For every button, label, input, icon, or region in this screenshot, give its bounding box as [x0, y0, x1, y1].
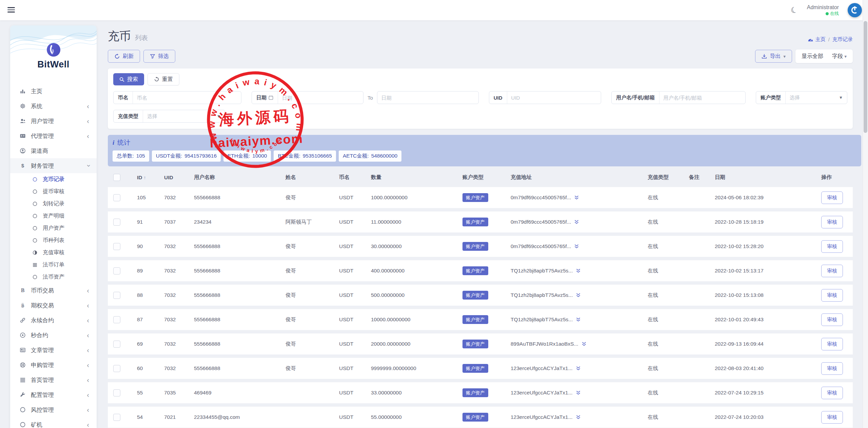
page-title-block: 充币列表 — [108, 28, 148, 44]
sidebar-subitem[interactable]: 法币订单 — [10, 259, 97, 271]
date-from-input[interactable] — [278, 95, 363, 101]
row-checkbox[interactable] — [113, 292, 120, 299]
column-header[interactable]: 备注 — [684, 171, 709, 184]
column-header[interactable]: 币名 — [334, 171, 366, 184]
chevron-left-icon: ‹ — [87, 376, 89, 383]
sidebar-item[interactable]: 风控管理‹ — [10, 402, 97, 417]
row-checkbox[interactable] — [113, 219, 120, 226]
sidebar-item[interactable]: 代理管理‹ — [10, 128, 97, 143]
select-all-checkbox[interactable] — [113, 174, 120, 181]
sidebar-item[interactable]: 配置管理‹ — [10, 387, 97, 402]
sidebar-subitem[interactable]: 法币资产 — [10, 271, 97, 283]
sidebar-item[interactable]: B期权交易‹ — [10, 298, 97, 313]
column-header[interactable]: 数量 — [366, 171, 457, 184]
export-button[interactable]: 导出 ▾ — [755, 50, 792, 63]
row-checkbox[interactable] — [113, 389, 120, 396]
sidebar-subitem[interactable]: 充币记录 — [10, 173, 97, 185]
sidebar-item[interactable]: 用户管理‹ — [10, 114, 97, 128]
sidebar-item[interactable]: 矿机‹ — [10, 417, 97, 428]
user-info[interactable]: Administrator 在线 — [807, 4, 839, 16]
breadcrumb-current-link[interactable]: 充币记录 — [832, 36, 853, 43]
refresh-button[interactable]: 刷新 — [108, 50, 140, 63]
user-filter-input[interactable] — [659, 95, 745, 101]
filter-button[interactable]: 筛选 — [143, 50, 175, 63]
deposit-type-filter-label: 充值类型 — [114, 110, 143, 122]
sidebar-subitem[interactable]: 币种列表 — [10, 234, 97, 246]
expand-address-icon[interactable] — [574, 219, 579, 225]
cell-note — [684, 333, 709, 354]
sidebar-subitem[interactable]: 充值审核 — [10, 246, 97, 259]
chevron-left-icon: ‹ — [87, 118, 89, 124]
audit-button[interactable]: 审核 — [821, 362, 843, 375]
sidebar-item[interactable]: $财务管理‹ — [10, 158, 97, 173]
dark-mode-toggle-icon[interactable]: ☾ — [790, 5, 799, 15]
row-checkbox[interactable] — [113, 243, 120, 250]
user-avatar[interactable] — [848, 3, 862, 17]
cell-address: 899AuTBFJWo1Rx1aoBxS... — [511, 341, 578, 347]
row-checkbox[interactable] — [113, 316, 120, 323]
scrollbar-thumb[interactable] — [864, 21, 867, 133]
sidebar-item[interactable]: 渠道商 — [10, 143, 97, 158]
column-header[interactable]: UID — [159, 171, 189, 184]
sidebar-item[interactable]: 秒合约‹ — [10, 328, 97, 343]
audit-button[interactable]: 审核 — [821, 411, 843, 424]
column-header[interactable]: 姓名 — [280, 171, 334, 184]
sidebar-subitem[interactable]: 划转记录 — [10, 198, 97, 210]
scrollbar-track[interactable] — [863, 0, 868, 428]
expand-address-icon[interactable] — [576, 317, 581, 322]
sidebar-subitem[interactable]: 资产明细 — [10, 210, 97, 222]
sidebar-item[interactable]: 文章管理‹ — [10, 343, 97, 358]
expand-address-icon[interactable] — [574, 195, 579, 200]
expand-address-icon[interactable] — [576, 366, 581, 371]
column-header[interactable]: 充值类型 — [642, 171, 684, 184]
breadcrumb-home-link[interactable]: 主页 — [808, 36, 826, 43]
account-type-select[interactable]: 选择 ▼ — [786, 95, 847, 101]
audit-button[interactable]: 审核 — [821, 313, 843, 326]
reset-button[interactable]: 重置 — [147, 73, 179, 85]
coin-filter-input[interactable] — [133, 95, 241, 101]
sidebar-subitem[interactable]: 用户资产 — [10, 222, 97, 234]
date-to-input[interactable] — [377, 95, 478, 101]
row-checkbox[interactable] — [113, 267, 120, 274]
audit-button[interactable]: 审核 — [821, 387, 843, 399]
row-checkbox[interactable] — [113, 194, 120, 201]
audit-button[interactable]: 审核 — [821, 216, 843, 228]
circle-icon — [32, 238, 38, 243]
deposit-type-select[interactable]: 选择 ▼ — [143, 113, 225, 120]
fields-button-group[interactable]: 显示全部 字段 ▾ — [795, 49, 853, 63]
sidebar-item[interactable]: 申购管理‹ — [10, 358, 97, 372]
fields-button[interactable]: 字段 ▾ — [832, 53, 847, 60]
row-checkbox[interactable] — [113, 341, 120, 348]
audit-button[interactable]: 审核 — [821, 240, 843, 253]
sort-arrow-icon[interactable]: ↑ — [144, 175, 146, 180]
expand-address-icon[interactable] — [574, 244, 579, 249]
show-all-button[interactable]: 显示全部 — [802, 53, 823, 60]
uid-filter-input[interactable] — [507, 95, 601, 101]
expand-address-icon[interactable] — [576, 390, 581, 395]
expand-address-icon[interactable] — [581, 341, 587, 347]
sidebar-item[interactable]: 系统‹ — [10, 99, 97, 114]
row-checkbox[interactable] — [113, 365, 120, 372]
circle-icon — [32, 189, 38, 194]
search-button[interactable]: 搜索 — [113, 73, 144, 85]
sidebar-item[interactable]: B币币交易‹ — [10, 283, 97, 298]
expand-address-icon[interactable] — [576, 268, 581, 273]
column-header[interactable]: 用户名称 — [189, 171, 280, 184]
sidebar-subitem[interactable]: 提币审核 — [10, 185, 97, 198]
column-header[interactable]: 日期 — [709, 171, 816, 184]
expand-address-icon[interactable] — [576, 292, 581, 298]
expand-address-icon[interactable] — [576, 414, 581, 420]
column-header[interactable]: ID↑ — [132, 171, 159, 184]
column-header[interactable]: 操作 — [816, 171, 853, 184]
sidebar-item[interactable]: 主页 — [10, 84, 97, 99]
menu-toggle-icon[interactable] — [7, 7, 15, 13]
sidebar-item[interactable]: 永续合约‹ — [10, 313, 97, 328]
audit-button[interactable]: 审核 — [821, 289, 843, 302]
audit-button[interactable]: 审核 — [821, 265, 843, 277]
sidebar-item[interactable]: 首页管理‹ — [10, 372, 97, 387]
row-checkbox[interactable] — [113, 414, 120, 421]
column-header[interactable]: 充值地址 — [505, 171, 642, 184]
audit-button[interactable]: 审核 — [821, 191, 843, 204]
audit-button[interactable]: 审核 — [821, 338, 843, 350]
column-header[interactable]: 账户类型 — [457, 171, 505, 184]
